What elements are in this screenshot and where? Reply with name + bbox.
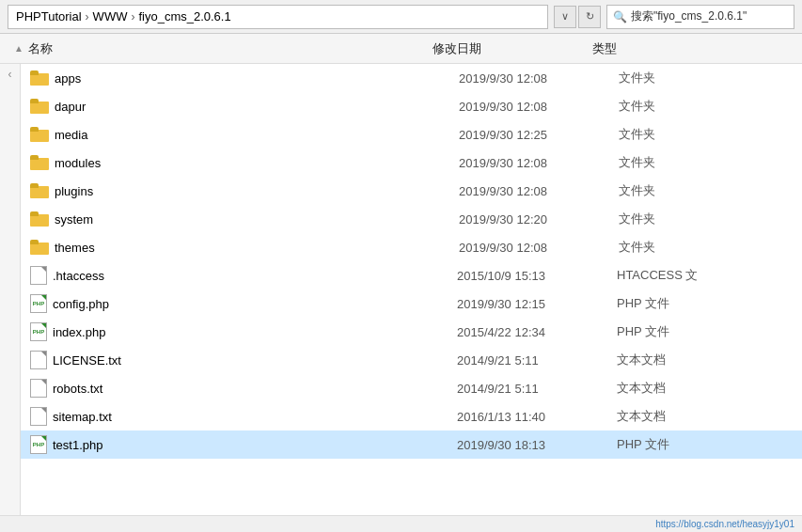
breadcrumb-sep-2: ›	[131, 10, 134, 23]
file-list: apps 2019/9/30 12:08 文件夹 dapur 2019/9/30…	[21, 64, 802, 515]
col-date-header[interactable]: 修改日期	[432, 40, 592, 57]
sidebar: ‹	[0, 64, 21, 515]
file-name: dapur	[55, 100, 459, 114]
folder-icon	[30, 69, 49, 87]
file-name: .htaccess	[53, 269, 457, 283]
file-type: 文本文档	[617, 352, 730, 368]
file-type: 文本文档	[617, 408, 730, 425]
file-date: 2016/1/13 11:40	[457, 410, 617, 424]
file-date: 2015/10/9 15:13	[457, 269, 617, 283]
refresh-btn[interactable]: ↻	[578, 6, 601, 28]
folder-icon	[30, 238, 49, 257]
file-type: PHP 文件	[617, 295, 730, 312]
breadcrumb-phptutorial[interactable]: PHPTutorial	[16, 9, 82, 23]
file-date: 2014/9/21 5:11	[457, 353, 617, 368]
file-type: 文件夹	[619, 154, 731, 171]
file-name: apps	[55, 71, 459, 86]
dropdown-btn[interactable]: ∨	[554, 6, 576, 28]
file-type: 文件夹	[619, 98, 731, 115]
file-type: HTACCESS 文	[617, 267, 730, 284]
file-date: 2019/9/30 12:08	[459, 100, 619, 114]
search-icon: 🔍	[613, 10, 627, 23]
file-date: 2019/9/30 12:08	[459, 156, 619, 170]
file-date: 2019/9/30 12:08	[459, 71, 619, 86]
txt-file-icon	[30, 407, 47, 426]
file-date: 2019/9/30 18:13	[457, 438, 617, 452]
sidebar-collapse-icon[interactable]: ‹	[8, 68, 12, 81]
breadcrumb-www[interactable]: WWW	[93, 9, 128, 23]
table-row[interactable]: media 2019/9/30 12:25 文件夹	[21, 120, 802, 149]
file-type: 文件夹	[619, 211, 731, 227]
table-row[interactable]: themes 2019/9/30 12:08 文件夹	[21, 233, 802, 261]
file-name: themes	[55, 241, 459, 255]
php-file-icon: PHP	[30, 435, 47, 454]
file-date: 2019/9/30 12:25	[459, 128, 619, 142]
search-text: 搜索"fiyo_cms_2.0.6.1"	[631, 8, 747, 24]
file-name: robots.txt	[53, 382, 457, 396]
file-name: plugins	[55, 184, 459, 198]
table-row[interactable]: apps 2019/9/30 12:08 文件夹	[21, 64, 802, 92]
file-name: media	[55, 128, 459, 142]
file-name: sitemap.txt	[53, 410, 457, 424]
table-row[interactable]: modules 2019/9/30 12:08 文件夹	[21, 149, 802, 177]
folder-icon	[30, 153, 49, 172]
file-type: 文件夹	[619, 70, 731, 86]
file-type: PHP 文件	[617, 323, 730, 340]
table-row[interactable]: PHP test1.php 2019/9/30 18:13 PHP 文件	[21, 430, 802, 459]
file-date: 2019/9/30 12:20	[459, 212, 619, 227]
file-date: 2014/9/21 5:11	[457, 382, 617, 396]
table-row[interactable]: .htaccess 2015/10/9 15:13 HTACCESS 文	[21, 261, 802, 289]
file-date: 2019/9/30 12:08	[459, 241, 619, 255]
txt-file-icon	[30, 351, 47, 369]
file-date: 2019/9/30 12:08	[459, 184, 619, 198]
file-type: 文件夹	[619, 239, 731, 256]
php-file-icon: PHP	[30, 322, 47, 341]
table-row[interactable]: system 2019/9/30 12:20 文件夹	[21, 205, 802, 233]
breadcrumb-sep-1: ›	[86, 10, 89, 23]
table-row[interactable]: PHP config.php 2019/9/30 12:15 PHP 文件	[21, 289, 802, 318]
table-row[interactable]: robots.txt 2014/9/21 5:11 文本文档	[21, 374, 802, 402]
file-name: config.php	[53, 297, 457, 311]
up-arrow[interactable]: ▲	[9, 43, 28, 54]
file-type: PHP 文件	[617, 436, 730, 453]
file-type: 文件夹	[619, 182, 731, 199]
folder-icon	[30, 97, 49, 116]
breadcrumb-folder[interactable]: fiyo_cms_2.0.6.1	[138, 9, 230, 23]
table-row[interactable]: PHP index.php 2015/4/22 12:34 PHP 文件	[21, 318, 802, 346]
table-row[interactable]: LICENSE.txt 2014/9/21 5:11 文本文档	[21, 346, 802, 374]
file-name: test1.php	[53, 438, 457, 452]
nav-buttons: ∨ ↻	[554, 6, 601, 28]
file-name: system	[55, 212, 459, 227]
txt-file-icon	[30, 266, 47, 285]
table-row[interactable]: plugins 2019/9/30 12:08 文件夹	[21, 177, 802, 205]
file-name: index.php	[53, 325, 457, 339]
file-name: LICENSE.txt	[53, 353, 457, 368]
watermark-text: https://blog.csdn.net/heasyjy1y01	[655, 519, 794, 529]
file-date: 2015/4/22 12:34	[457, 325, 617, 339]
file-date: 2019/9/30 12:15	[457, 297, 617, 311]
main-area: ‹ apps 2019/9/30 12:08 文件夹 dapur 2019/9/…	[0, 64, 802, 515]
txt-file-icon	[30, 379, 47, 398]
table-row[interactable]: dapur 2019/9/30 12:08 文件夹	[21, 92, 802, 120]
address-bar: PHPTutorial › WWW › fiyo_cms_2.0.6.1 ∨ ↻…	[0, 0, 802, 34]
breadcrumb[interactable]: PHPTutorial › WWW › fiyo_cms_2.0.6.1	[8, 5, 548, 29]
col-name-header[interactable]: 名称	[28, 40, 432, 57]
file-type: 文件夹	[619, 126, 731, 143]
col-type-header[interactable]: 类型	[592, 40, 705, 57]
folder-icon	[30, 210, 49, 228]
table-row[interactable]: sitemap.txt 2016/1/13 11:40 文本文档	[21, 402, 802, 430]
search-box[interactable]: 🔍 搜索"fiyo_cms_2.0.6.1"	[606, 5, 794, 29]
folder-icon	[30, 181, 49, 200]
file-name: modules	[55, 156, 459, 170]
php-file-icon: PHP	[30, 294, 47, 313]
folder-icon	[30, 125, 49, 144]
bottom-bar: https://blog.csdn.net/heasyjy1y01	[0, 515, 802, 532]
column-header: ▲ 名称 修改日期 类型	[0, 34, 802, 64]
file-type: 文本文档	[617, 380, 730, 397]
